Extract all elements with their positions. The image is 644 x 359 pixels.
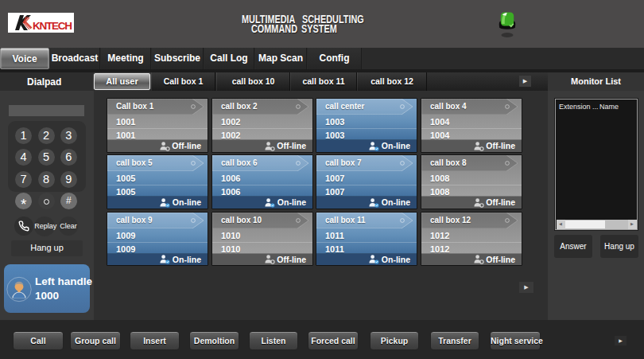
svg-text:KNTECH: KNTECH (33, 20, 72, 32)
